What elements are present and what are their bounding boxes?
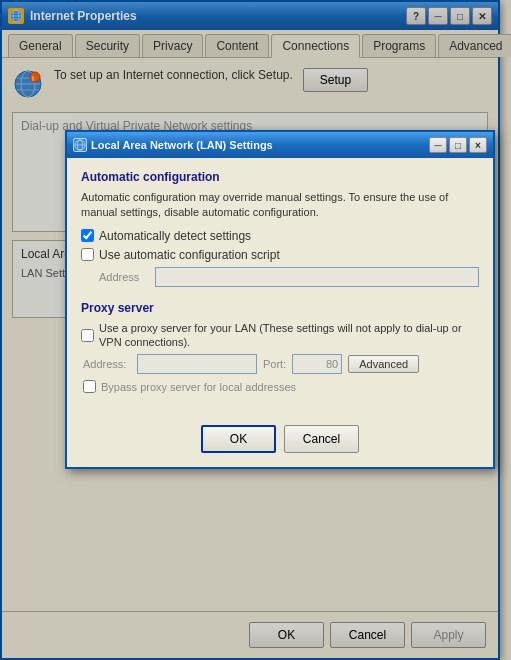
bypass-checkbox[interactable] (83, 380, 96, 393)
proxy-address-input[interactable] (137, 354, 257, 374)
lan-cancel-button[interactable]: Cancel (284, 425, 359, 453)
bypass-row: Bypass proxy server for local addresses (81, 380, 479, 393)
auto-config-section: Automatic configuration Automatic config… (81, 170, 479, 287)
script-address-row: Address (81, 267, 479, 287)
port-input[interactable] (292, 354, 342, 374)
use-proxy-row: Use a proxy server for your LAN (These s… (81, 321, 479, 350)
lan-title-bar: Local Area Network (LAN) Settings ─ □ × (67, 132, 493, 158)
proxy-addr-row: Address: Port: Advanced (81, 354, 479, 374)
lan-dialog-title: Local Area Network (LAN) Settings (91, 139, 429, 151)
auto-config-header: Automatic configuration (81, 170, 479, 184)
auto-config-desc: Automatic configuration may override man… (81, 190, 479, 221)
use-script-row: Use automatic configuration script (81, 248, 479, 262)
proxy-header: Proxy server (81, 301, 479, 315)
lan-dialog: Local Area Network (LAN) Settings ─ □ × … (65, 130, 495, 469)
auto-detect-row: Automatically detect settings (81, 229, 479, 243)
script-address-input[interactable] (155, 267, 479, 287)
auto-detect-label[interactable]: Automatically detect settings (99, 229, 251, 243)
address-label: Address (99, 271, 149, 283)
advanced-button[interactable]: Advanced (348, 355, 419, 373)
lan-restore-btn[interactable]: □ (449, 137, 467, 153)
lan-ok-button[interactable]: OK (201, 425, 276, 453)
use-proxy-checkbox[interactable] (81, 329, 94, 342)
port-label: Port: (263, 358, 286, 370)
lan-title-controls: ─ □ × (429, 137, 487, 153)
bypass-label[interactable]: Bypass proxy server for local addresses (101, 381, 296, 393)
lan-dialog-buttons: OK Cancel (67, 415, 493, 467)
auto-detect-checkbox[interactable] (81, 229, 94, 242)
lan-minimize-btn[interactable]: ─ (429, 137, 447, 153)
proxy-section: Proxy server Use a proxy server for your… (81, 301, 479, 394)
lan-body: Automatic configuration Automatic config… (67, 158, 493, 415)
use-script-label[interactable]: Use automatic configuration script (99, 248, 280, 262)
proxy-address-label: Address: (83, 358, 131, 370)
lan-dialog-icon (73, 138, 87, 152)
use-script-checkbox[interactable] (81, 248, 94, 261)
use-proxy-label[interactable]: Use a proxy server for your LAN (These s… (99, 321, 479, 350)
lan-close-btn[interactable]: × (469, 137, 487, 153)
